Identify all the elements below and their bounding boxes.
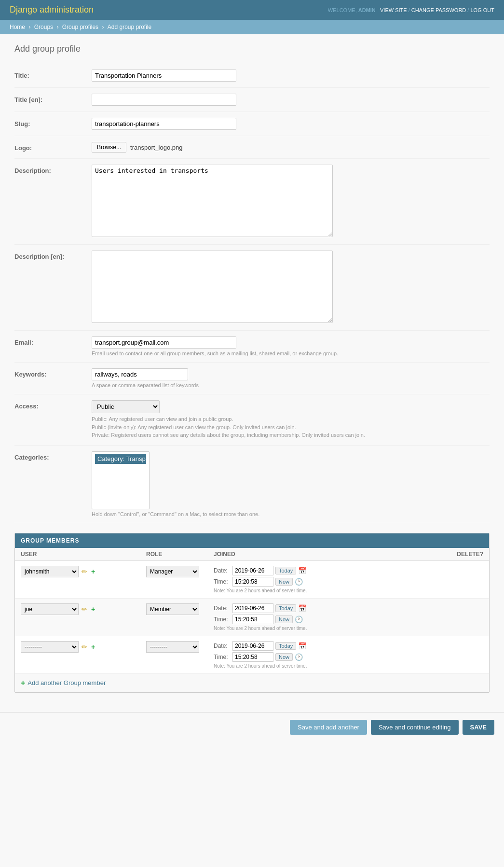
description-row: Description: Users interested in transpo… [14, 159, 490, 245]
member-joined-cell-2: Date: Today 📅 Time: Now 🕐 Note: You are … [214, 603, 445, 631]
description-en-row: Description [en]: [14, 245, 490, 331]
table-row: joe johnsmith --------- ✏ + Member Manag… [15, 599, 489, 636]
keywords-input[interactable] [92, 368, 188, 380]
col-header-joined: JOINED [214, 551, 445, 558]
now-button-3[interactable]: Now [275, 653, 293, 661]
date-row-2: Date: Today 📅 [214, 603, 445, 613]
description-field-content: Users interested in transports [92, 165, 490, 238]
breadcrumb: Home › Groups › Group profiles › Add gro… [0, 20, 504, 34]
access-label: Access: [14, 400, 92, 410]
member-user-select-2[interactable]: joe johnsmith --------- [21, 603, 79, 615]
breadcrumb-home[interactable]: Home [10, 24, 25, 30]
calendar-icon-3[interactable]: 📅 [298, 642, 306, 650]
table-row: --------- johnsmith joe ✏ + --------- Ma… [15, 636, 489, 674]
email-help: Email used to contact one or all group m… [92, 350, 490, 356]
user-tools: WELCOME, ADMIN VIEW SITE / CHANGE PASSWO… [328, 7, 494, 13]
site-title-rest: administration [40, 5, 94, 14]
col-header-delete: DELETE? [445, 551, 483, 558]
slug-label: Slug: [14, 118, 92, 127]
title-input[interactable] [92, 70, 236, 82]
categories-select[interactable]: Category: Transport [92, 451, 150, 509]
member-user-select-1[interactable]: johnsmith joe --------- [21, 566, 79, 577]
date-input-1[interactable] [232, 566, 273, 575]
view-site-link[interactable]: VIEW SITE [380, 7, 407, 13]
time-input-1[interactable] [232, 577, 273, 587]
clock-icon-1[interactable]: 🕐 [295, 578, 303, 586]
time-row-2: Time: Now 🕐 [214, 615, 445, 624]
member-role-select-1[interactable]: Manager Member --------- [146, 566, 199, 577]
member-role-cell-1: Manager Member --------- [146, 566, 214, 577]
note-text-3: Note: You are 2 hours ahead of server ti… [214, 663, 445, 669]
date-row-1: Date: Today 📅 [214, 566, 445, 575]
log-out-link[interactable]: LOG OUT [470, 7, 494, 13]
now-button-1[interactable]: Now [275, 578, 293, 586]
description-en-field-content [92, 251, 490, 324]
site-title-highlight: Django [10, 5, 37, 14]
time-input-3[interactable] [232, 652, 273, 662]
time-label-2: Time: [214, 616, 231, 623]
member-user-select-3[interactable]: --------- johnsmith joe [21, 641, 79, 653]
title-field-content [92, 70, 490, 82]
save-button[interactable]: SAVE [463, 720, 494, 735]
time-row-3: Time: Now 🕐 [214, 652, 445, 662]
title-row: Title: [14, 64, 490, 88]
date-label-1: Date: [214, 567, 231, 574]
member-joined-cell-1: Date: Today 📅 Time: Now 🕐 Note: You are … [214, 566, 445, 593]
note-text-2: Note: You are 2 hours ahead of server ti… [214, 626, 445, 631]
categories-field-content: Category: Transport Hold down "Control",… [92, 451, 490, 517]
today-button-3[interactable]: Today [275, 642, 296, 650]
member-role-select-3[interactable]: --------- Manager Member [146, 641, 199, 653]
col-header-user: USER [21, 551, 146, 558]
member-role-cell-3: --------- Manager Member [146, 641, 214, 653]
browse-button[interactable]: Browse... [92, 142, 126, 153]
add-another-group-member-link[interactable]: + Add another Group member [15, 674, 489, 692]
change-password-link[interactable]: CHANGE PASSWORD [411, 7, 466, 13]
email-label: Email: [14, 336, 92, 346]
member-role-select-2[interactable]: Member Manager --------- [146, 603, 199, 615]
page-title: Add group profile [14, 44, 490, 54]
now-button-2[interactable]: Now [275, 615, 293, 623]
calendar-icon-1[interactable]: 📅 [298, 567, 306, 574]
breadcrumb-groups[interactable]: Groups [34, 24, 53, 30]
date-input-3[interactable] [232, 641, 273, 651]
time-label-1: Time: [214, 578, 231, 585]
breadcrumb-group-profiles[interactable]: Group profiles [62, 24, 98, 30]
email-row: Email: Email used to contact one or all … [14, 331, 490, 363]
slug-row: Slug: [14, 112, 490, 136]
access-field-content: Public Public (invite-only) Private Publ… [92, 400, 490, 439]
save-and-add-button[interactable]: Save and add another [290, 720, 367, 735]
keywords-label: Keywords: [14, 368, 92, 378]
add-another-label: Add another Group member [27, 679, 106, 686]
description-en-textarea[interactable] [92, 251, 333, 323]
calendar-icon-2[interactable]: 📅 [298, 604, 306, 612]
add-user-button-2[interactable]: + [90, 604, 96, 614]
logo-row: Logo: Browse... transport_logo.png [14, 136, 490, 159]
description-label: Description: [14, 165, 92, 174]
description-textarea[interactable]: Users interested in transports [92, 165, 333, 237]
access-select[interactable]: Public Public (invite-only) Private [92, 400, 160, 413]
edit-user-button-1[interactable]: ✏ [81, 567, 88, 576]
note-text-1: Note: You are 2 hours ahead of server ti… [214, 588, 445, 593]
member-role-cell-2: Member Manager --------- [146, 603, 214, 615]
logo-label: Logo: [14, 142, 92, 152]
member-joined-cell-3: Date: Today 📅 Time: Now 🕐 Note: You are … [214, 641, 445, 669]
table-row: johnsmith joe --------- ✏ + Manager Memb… [15, 561, 489, 599]
clock-icon-3[interactable]: 🕐 [295, 653, 303, 661]
save-and-continue-button[interactable]: Save and continue editing [371, 720, 459, 735]
today-button-2[interactable]: Today [275, 604, 296, 612]
add-user-button-1[interactable]: + [90, 567, 96, 576]
title-en-input[interactable] [92, 94, 236, 106]
edit-user-button-3[interactable]: ✏ [81, 642, 88, 652]
title-en-label: Title [en]: [14, 94, 92, 103]
email-input[interactable] [92, 336, 236, 349]
add-user-button-3[interactable]: + [90, 642, 96, 652]
clock-icon-2[interactable]: 🕐 [295, 615, 303, 623]
slug-input[interactable] [92, 118, 236, 130]
slug-field-content [92, 118, 490, 130]
access-row: Access: Public Public (invite-only) Priv… [14, 394, 490, 446]
edit-user-button-2[interactable]: ✏ [81, 604, 88, 614]
date-input-2[interactable] [232, 603, 273, 613]
access-help: Public: Any registered user can view and… [92, 415, 490, 439]
today-button-1[interactable]: Today [275, 567, 296, 574]
time-input-2[interactable] [232, 615, 273, 624]
